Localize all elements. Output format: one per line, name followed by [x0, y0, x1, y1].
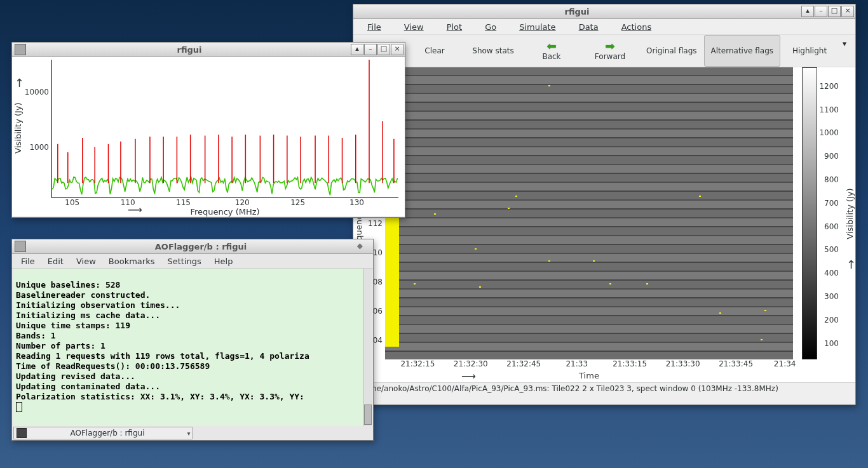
pin-icon[interactable]: ▴: [801, 6, 814, 17]
terminal-icon: [15, 241, 26, 252]
alternative-flags-button[interactable]: Alternative flags: [704, 35, 780, 67]
minimize-button[interactable]: –: [364, 44, 377, 55]
window-title-terminal: AOFlagger/b : rfigui: [155, 242, 247, 251]
highlight-button[interactable]: Highlight: [780, 35, 839, 67]
colorbar-ticks: 100 200 300 400 500 600 700 800 900 1000…: [818, 67, 840, 359]
terminal-icon: [17, 428, 27, 438]
tab-label: AOFlagger/b : rfigui: [29, 429, 186, 438]
plot-xlabel: Frequency (MHz): [51, 207, 398, 217]
close-button[interactable]: ×: [841, 6, 854, 17]
menu-term-help[interactable]: Help: [208, 255, 240, 267]
waterfall-xaxis: 21:32:15 21:32:30 21:32:45 21:33 21:33:1…: [385, 359, 793, 382]
menu-term-view[interactable]: View: [70, 255, 102, 267]
back-button[interactable]: ⬅ Back: [522, 35, 581, 67]
spectrum-plot[interactable]: Visibility (Jy) ↑ 1000 10000 105 110 115…: [12, 57, 405, 216]
scrollbar-thumb[interactable]: [364, 404, 372, 425]
chevron-down-icon[interactable]: ▾: [186, 430, 192, 437]
waterfall-image[interactable]: [385, 67, 793, 359]
menu-term-settings[interactable]: Settings: [161, 255, 207, 267]
rfigui-main-window: rfigui ▴ – □ × File View Plot Go Simulat…: [353, 4, 856, 405]
menu-term-file[interactable]: File: [15, 255, 41, 267]
menu-simulate[interactable]: Simulate: [509, 21, 566, 33]
colorbar-label: Visibility (Jy): [844, 67, 855, 359]
arrow-left-icon: ⬅: [546, 41, 556, 52]
menu-term-bookmarks[interactable]: Bookmarks: [102, 255, 161, 267]
menu-go[interactable]: Go: [475, 21, 506, 33]
menu-data[interactable]: Data: [569, 21, 609, 33]
arrow-right-icon: ⟶: [128, 204, 142, 216]
colorbar: [802, 67, 817, 359]
toolbar-main: Clear Show stats ⬅ Back ➡ Forward Origin…: [353, 34, 855, 67]
arrow-right-icon: ➡: [605, 41, 614, 52]
titlebar-plot[interactable]: rfigui ▴ – □ ×: [12, 43, 405, 57]
pin-icon[interactable]: ◆: [357, 241, 363, 250]
window-title-plot: rfigui: [177, 45, 201, 55]
rfigui-plot-window: rfigui ▴ – □ × Visibility (Jy) ↑ 1000 10…: [11, 42, 405, 218]
close-button[interactable]: ×: [391, 44, 403, 55]
terminal-window: AOFlagger/b : rfigui ◆ File Edit View Bo…: [11, 239, 374, 441]
minimize-button[interactable]: –: [815, 6, 827, 17]
tab-button[interactable]: AOFlagger/b : rfigui ▾: [13, 427, 193, 439]
plot-xaxis: 105 110 115 120 125 130 ⟶ Frequency (MHz…: [51, 198, 398, 216]
arrow-up-icon: ↑: [15, 76, 24, 90]
show-stats-button[interactable]: Show stats: [464, 35, 522, 67]
app-icon: [15, 44, 26, 55]
status-bar: /home/anoko/Astro/C100/Alfa/PicA_93/PicA…: [353, 382, 855, 399]
menu-view[interactable]: View: [394, 21, 434, 33]
menu-file[interactable]: File: [357, 21, 391, 33]
toolbar-overflow-icon[interactable]: ▾: [839, 35, 850, 67]
titlebar-terminal[interactable]: AOFlagger/b : rfigui ◆: [12, 239, 373, 254]
menu-term-edit[interactable]: Edit: [41, 255, 70, 267]
scrollbar[interactable]: [363, 269, 372, 426]
menubar-terminal: File Edit View Bookmarks Settings Help: [12, 254, 373, 269]
menu-actions[interactable]: Actions: [611, 21, 662, 33]
forward-button[interactable]: ➡ Forward: [581, 35, 639, 67]
terminal-output[interactable]: Unique baselines: 528 Baselinereader con…: [13, 269, 363, 426]
maximize-button[interactable]: □: [828, 6, 841, 17]
arrow-right-icon: ⟶: [461, 370, 476, 382]
waterfall-plot[interactable]: Frequency (M ↑ 104 106 108 110 112 114 1…: [353, 67, 855, 382]
window-title-main: rfigui: [564, 7, 589, 17]
pin-icon[interactable]: ▴: [351, 44, 363, 55]
original-flags-button[interactable]: Original flags: [639, 35, 704, 67]
waterfall-xlabel: Time: [385, 371, 793, 380]
clear-button[interactable]: Clear: [405, 35, 464, 67]
plot-yticks: 1000 10000: [24, 57, 51, 198]
plot-canvas[interactable]: [51, 60, 398, 198]
menubar-main: File View Plot Go Simulate Data Actions: [353, 19, 855, 34]
menu-plot[interactable]: Plot: [437, 21, 473, 33]
terminal-cursor: [16, 402, 22, 412]
maximize-button[interactable]: □: [377, 44, 390, 55]
titlebar-main[interactable]: rfigui ▴ – □ ×: [353, 4, 855, 19]
